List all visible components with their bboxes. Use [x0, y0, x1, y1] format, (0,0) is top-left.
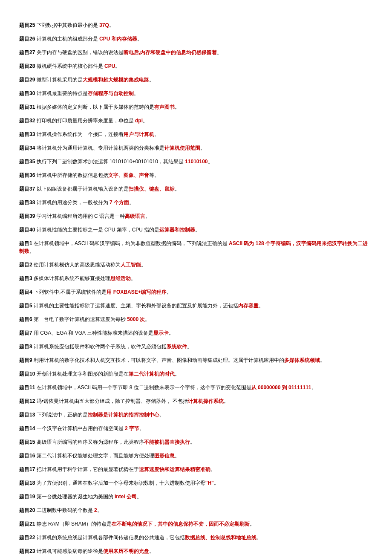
question-stem: 冯•诺依曼计算机由五大部分组成，除了控制器、存储器外， 不包括 [35, 398, 188, 404]
question-tail: 。 [139, 425, 144, 431]
question-row: 题目26 计算机的主机的组成部分是 CPU 和内存储器。 [19, 35, 373, 43]
question-row: 题目6 第一台电子数字计算机的运算速度为每秒 5000 次。 [19, 315, 373, 323]
question-label: 题目28 [19, 63, 35, 69]
question-label: 题目3 [19, 275, 32, 281]
question-stem: 下列说法中，正确的是 [35, 412, 87, 418]
question-tail: 。 [137, 494, 142, 500]
question-answer: 图形信息 [154, 453, 175, 459]
question-answer: 从 00000000 到 01111111 [251, 384, 311, 390]
question-label: 题目36 [19, 172, 35, 178]
question-answer: 使用来历不明的光盘 [103, 548, 149, 554]
question-label: 题目5 [19, 303, 32, 309]
question-label: 题目34 [19, 145, 35, 151]
question-row: 题目15 高级语言所编写的程序又称为源程序，此类程序不能被机器直接执行。 [19, 438, 373, 446]
question-answer: 文字、图象、声音 [108, 172, 149, 178]
question-stem: 下列软件中,不属于系统软件的是 [32, 289, 107, 295]
question-label: 题目35 [19, 159, 35, 165]
question-answer: 5000 次 [127, 316, 145, 322]
question-stem: 关于内存与硬盘的区别，错误的说法是 [35, 49, 123, 55]
question-answer: CPU 和内存储器 [99, 36, 137, 42]
question-tail: 。 [109, 22, 114, 28]
question-answer: 37Q [99, 22, 109, 28]
question-row: 题目14 一个汉字在计算机中占用的存储空间是 2 字节。 [19, 425, 373, 432]
question-tail: 。 [145, 213, 150, 219]
question-tail: 。 [175, 371, 180, 377]
question-tail: 。 [320, 357, 325, 363]
question-row: 题目38 计算机的用途分类，一般被分为 7 个方面。 [19, 199, 373, 206]
question-label: 题目19 [19, 494, 35, 500]
question-tail: 。 [259, 303, 264, 309]
question-row: 题目19 第一台微处理器的诞生地为美国的 Intel 公司。 [19, 493, 373, 500]
question-tail: 。 [190, 439, 195, 445]
question-answer: 11010100 [185, 159, 208, 165]
question-label: 题目15 [19, 439, 35, 445]
question-answer: 运算器和控制器 [159, 227, 195, 233]
question-list: 题目25 下列数据中其数值最小的是 37Q。题目26 计算机的主机的组成部分是 … [19, 21, 373, 555]
question-tail: 。 [210, 466, 216, 472]
question-answer: 大规模和超大规模的集成电路 [83, 77, 149, 83]
question-answer: 7 个方面 [110, 199, 129, 205]
question-label: 题目31 [19, 104, 35, 110]
question-answer: 用户与计算机 [124, 131, 154, 137]
question-label: 题目11 [19, 384, 35, 390]
question-row: 题目27 关于内存与硬盘的区别，错误的说法是断电后,内存和硬盘中的信息均仍然保留… [19, 49, 373, 56]
question-row: 题目33 计算机操作系统作为一个接口，连接着用户与计算机。 [19, 130, 373, 138]
question-tail: 。 [115, 63, 120, 69]
question-label: 题目33 [19, 131, 35, 137]
question-label: 题目13 [19, 412, 35, 418]
question-label: 题目2 [19, 262, 32, 268]
question-tail: 。 [311, 384, 317, 390]
question-row: 题目35 执行下列二进制数算术加法运算 10101010+00101010，其结… [19, 158, 373, 165]
question-answer: 扫描仪、键盘、鼠标 [129, 186, 175, 192]
question-tail: 。 [169, 330, 174, 336]
question-stem: 将计算机分为通用计算机、专用计算机两类的分类标准是 [35, 145, 164, 151]
question-stem: 下列数据中其数值最小的是 [35, 22, 99, 28]
question-answer: 在不断电的情况下，其中的信息保持不变，因而不必定期刷新 [112, 521, 250, 527]
question-label: 题目16 [19, 453, 35, 459]
question-label: 题目10 [19, 371, 35, 377]
question-stem: 微型计算机采用的是 [35, 77, 82, 83]
question-label: 题目6 [19, 316, 32, 322]
question-row: 题目30 计算机最重要的特点是存储程序与自动控制。 [19, 90, 373, 97]
question-stem: 计算机的用途分类，一般被分为 [35, 199, 110, 205]
question-label: 题目27 [19, 49, 35, 55]
question-tail: 。 [167, 289, 172, 295]
question-tail: 。 [159, 412, 164, 418]
question-label: 题目23 [19, 548, 35, 554]
question-stem: 使用计算机模仿人的高级思维活动称为 [32, 262, 121, 268]
question-stem: 第二代计算机不仅能够处理文字，而且能够方便处理 [35, 453, 154, 459]
question-answer: 高级语言 [125, 213, 145, 219]
question-row: 题目28 微机硬件系统中的核心部件是 CPU。 [19, 62, 373, 70]
question-answer: 不能被机器直接执行 [144, 439, 190, 445]
question-row: 题目4 下列软件中,不属于系统软件的是用 FOXBASE+编写的程序。 [19, 288, 373, 296]
question-label: 题目1 [19, 240, 32, 246]
question-row: 题目25 下列数据中其数值最小的是 37Q。 [19, 21, 373, 29]
question-label: 题目21 [19, 521, 35, 527]
question-answer: 用 FOXBASE+编写的程序 [107, 289, 166, 295]
question-stem: 开创计算机处理文字和图形的新阶段是在 [35, 371, 128, 377]
question-tail: 。 [217, 49, 222, 55]
question-row: 题目31 根据多媒体的定义判断，以下属于多媒体的范畴的是有声图书。 [19, 103, 373, 111]
question-stem: 第一台电子数字计算机的运算速度为每秒 [32, 316, 127, 322]
question-stem: 执行下列二进制数算术加法运算 10101010+00101010，其结果是 [35, 159, 185, 165]
question-tail: 。 [175, 186, 180, 192]
question-row: 题目8 计算机系统应包括硬件和软件两个子系统，软件又必须包括系统软件。 [19, 343, 373, 350]
question-answer: 计算机操作系统 [188, 398, 224, 404]
question-row: 题目5 计算机的主要性能指标除了运算速度、主频、字长和外部设备的配置及扩展能力外… [19, 302, 373, 309]
question-answer: "H" [205, 480, 214, 486]
question-tail: 。 [145, 316, 150, 322]
question-stem: 高级语言所编写的程序又称为源程序，此类程序 [35, 439, 144, 445]
question-label: 题目39 [19, 213, 35, 219]
question-stem: 把计算机用于科学计算，它的最显著优势在于 [35, 466, 138, 472]
question-row: 题目10 开创计算机处理文字和图形的新阶段是在第二代计算机的时代。 [19, 370, 373, 378]
question-answer: dpi [135, 118, 143, 124]
question-row: 题目16 第二代计算机不仅能够处理文字，而且能够方便处理图形信息。 [19, 452, 373, 460]
question-stem: 计算机中所存储的数据信息包括 [35, 172, 108, 178]
question-tail: 。 [131, 275, 136, 281]
question-tail: 。 [224, 398, 229, 404]
question-answer: 数据总线、控制总线和地址总线 [185, 535, 257, 541]
question-stem: 多媒体计算机系统不能够直接处理 [32, 275, 110, 281]
question-row: 题目29 微型计算机采用的是大规模和超大规模的集成电路。 [19, 76, 373, 84]
question-row: 题目17 把计算机用于科学计算，它的最显著优势在于运算速度快和运算结果精密准确。 [19, 465, 373, 473]
question-row: 题目3 多媒体计算机系统不能够直接处理思维活动。 [19, 275, 373, 282]
